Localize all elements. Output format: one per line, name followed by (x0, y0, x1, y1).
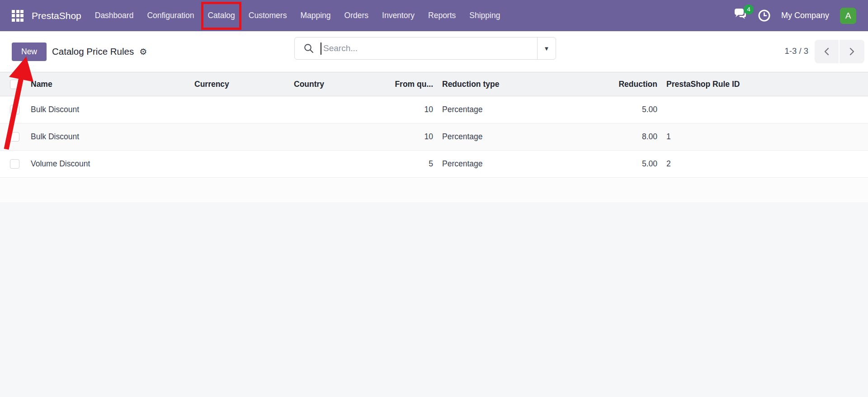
row-checkbox[interactable] (10, 105, 19, 114)
table-filler-row (0, 178, 868, 203)
nav-item-shipping[interactable]: Shipping (469, 0, 500, 31)
cell-reduction-type: Percentage (438, 96, 542, 123)
nav-item-reports[interactable]: Reports (428, 0, 456, 31)
price-rules-table: Name Currency Country From qu... Reducti… (0, 72, 868, 203)
row-checkbox[interactable] (10, 159, 19, 169)
messages-icon[interactable]: 4 (733, 9, 747, 23)
messages-count-badge: 4 (744, 5, 754, 14)
cell-reduction: 5.00 (542, 96, 662, 123)
content-background (0, 202, 868, 397)
nav-item-configuration[interactable]: Configuration (147, 0, 194, 31)
table-row[interactable]: Volume Discount 5 Percentage 5.00 2 (0, 151, 868, 178)
top-navbar: PrestaShop Dashboard Configuration Catal… (0, 0, 868, 31)
pager-buttons (815, 40, 864, 63)
column-header-country[interactable]: Country (289, 72, 362, 96)
brand-title: PrestaShop (32, 10, 81, 21)
cell-spacer (760, 96, 868, 123)
column-header-reduction[interactable]: Reduction (542, 72, 662, 96)
chevron-right-icon (848, 47, 856, 56)
pager-range: 1-3 / 3 (769, 46, 808, 56)
search-input[interactable] (322, 43, 537, 54)
nav-item-mapping[interactable]: Mapping (300, 0, 330, 31)
column-header-reduction-type[interactable]: Reduction type (438, 72, 542, 96)
chevron-left-icon (823, 47, 830, 56)
new-button[interactable]: New (12, 43, 47, 61)
pager-previous-button[interactable] (815, 40, 840, 63)
cell-select (0, 96, 22, 123)
cell-country (289, 151, 362, 178)
table-row[interactable]: Bulk Discount 10 Percentage 8.00 1 (0, 123, 868, 151)
nav-menu: Dashboard Configuration Catalog Customer… (95, 0, 500, 31)
text-cursor (321, 43, 321, 55)
activity-clock-icon[interactable] (758, 9, 770, 22)
nav-item-dashboard[interactable]: Dashboard (95, 0, 134, 31)
column-header-name[interactable]: Name (22, 72, 190, 96)
cell-rule-id: 1 (662, 123, 760, 151)
page-title: Catalog Price Rules (52, 46, 134, 57)
gear-icon[interactable]: ⚙ (139, 47, 147, 57)
cell-reduction-type: Percentage (438, 123, 542, 151)
cell-select (0, 123, 22, 151)
chevron-down-icon: ▼ (544, 45, 550, 52)
cell-currency (190, 151, 289, 178)
navbar-right: 4 My Company A (733, 8, 856, 24)
column-header-currency[interactable]: Currency (190, 72, 289, 96)
control-bar: New Catalog Price Rules ⚙ ▼ 1-3 / 3 (0, 31, 868, 72)
page-title-wrap: Catalog Price Rules ⚙ (52, 46, 147, 57)
column-header-rule-id[interactable]: PrestaShop Rule ID (662, 72, 760, 96)
cell-name: Volume Discount (22, 151, 190, 178)
row-checkbox[interactable] (10, 132, 19, 142)
cell-rule-id: 2 (662, 151, 760, 178)
cell-spacer (760, 151, 868, 178)
search-icon (304, 43, 314, 53)
cell-select (0, 151, 22, 178)
nav-item-customers[interactable]: Customers (249, 0, 287, 31)
nav-item-catalog[interactable]: Catalog (208, 0, 235, 31)
select-all-header (0, 72, 22, 96)
cell-spacer (760, 123, 868, 151)
cell-country (289, 123, 362, 151)
cell-currency (190, 123, 289, 151)
cell-from-quantity: 10 (362, 123, 438, 151)
nav-item-catalog-label: Catalog (208, 11, 235, 20)
column-header-spacer (760, 72, 868, 96)
table-header-row: Name Currency Country From qu... Reducti… (0, 72, 868, 96)
nav-item-orders[interactable]: Orders (344, 0, 368, 31)
cell-reduction-type: Percentage (438, 151, 542, 178)
cell-from-quantity: 5 (362, 151, 438, 178)
table-row[interactable]: Bulk Discount 10 Percentage 5.00 (0, 96, 868, 123)
column-header-from-quantity[interactable]: From qu... (362, 72, 438, 96)
cell-reduction: 5.00 (542, 151, 662, 178)
cell-rule-id (662, 96, 760, 123)
user-avatar[interactable]: A (840, 8, 856, 24)
select-all-checkbox[interactable] (10, 80, 19, 89)
cell-name: Bulk Discount (22, 96, 190, 123)
apps-grid-icon[interactable] (12, 10, 24, 22)
search-dropdown-toggle[interactable]: ▼ (537, 38, 556, 59)
company-menu[interactable]: My Company (781, 11, 829, 20)
cell-from-quantity: 10 (362, 96, 438, 123)
cell-name: Bulk Discount (22, 123, 190, 151)
search-box: ▼ (294, 37, 556, 60)
pager-next-button[interactable] (840, 40, 864, 63)
cell-reduction: 8.00 (542, 123, 662, 151)
cell-currency (190, 96, 289, 123)
nav-item-inventory[interactable]: Inventory (382, 0, 415, 31)
cell-country (289, 96, 362, 123)
